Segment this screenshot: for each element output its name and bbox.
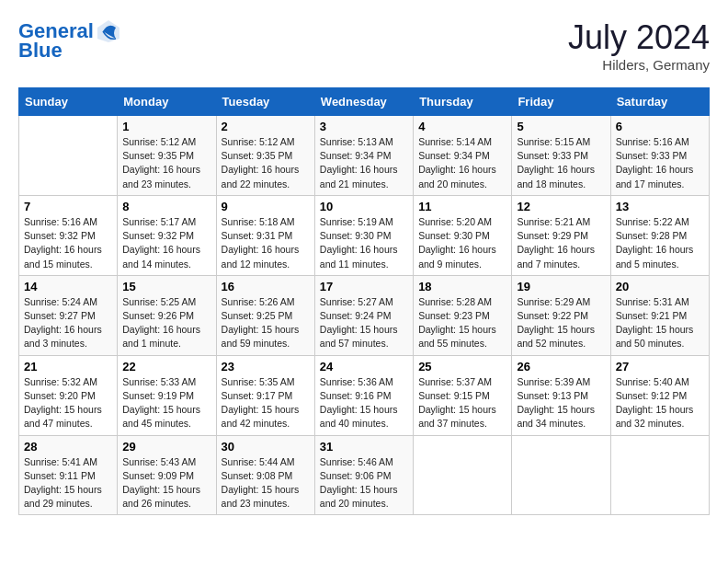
weekday-header-monday: Monday: [118, 88, 216, 116]
day-info: Sunrise: 5:44 AM Sunset: 9:08 PM Dayligh…: [222, 455, 310, 511]
day-info: Sunrise: 5:22 AM Sunset: 9:28 PM Dayligh…: [616, 215, 704, 271]
day-number: 11: [418, 200, 506, 213]
day-number: 5: [517, 120, 605, 133]
month-title: July 2024: [568, 18, 710, 57]
day-number: 17: [320, 280, 408, 293]
calendar-cell: 7Sunrise: 5:16 AM Sunset: 9:32 PM Daylig…: [19, 195, 118, 275]
day-number: 29: [122, 440, 210, 454]
day-info: Sunrise: 5:19 AM Sunset: 9:30 PM Dayligh…: [320, 215, 408, 271]
day-number: 9: [222, 200, 310, 213]
day-info: Sunrise: 5:29 AM Sunset: 9:22 PM Dayligh…: [517, 295, 605, 351]
calendar-cell: [610, 435, 709, 515]
day-info: Sunrise: 5:36 AM Sunset: 9:16 PM Dayligh…: [320, 375, 408, 431]
day-info: Sunrise: 5:28 AM Sunset: 9:23 PM Dayligh…: [418, 295, 506, 351]
week-row-2: 7Sunrise: 5:16 AM Sunset: 9:32 PM Daylig…: [19, 195, 710, 275]
day-number: 24: [320, 360, 408, 373]
day-number: 25: [418, 360, 506, 373]
weekday-header-thursday: Thursday: [414, 88, 512, 116]
day-number: 8: [122, 200, 210, 213]
calendar-table: SundayMondayTuesdayWednesdayThursdayFrid…: [18, 87, 710, 515]
day-number: 14: [24, 280, 112, 293]
day-number: 1: [122, 120, 210, 133]
day-info: Sunrise: 5:12 AM Sunset: 9:35 PM Dayligh…: [122, 135, 210, 191]
calendar-cell: 23Sunrise: 5:35 AM Sunset: 9:17 PM Dayli…: [216, 355, 314, 435]
calendar-cell: 24Sunrise: 5:36 AM Sunset: 9:16 PM Dayli…: [314, 355, 413, 435]
week-row-1: 1Sunrise: 5:12 AM Sunset: 9:35 PM Daylig…: [19, 116, 710, 196]
day-info: Sunrise: 5:15 AM Sunset: 9:33 PM Dayligh…: [517, 135, 605, 191]
day-info: Sunrise: 5:26 AM Sunset: 9:25 PM Dayligh…: [222, 295, 310, 351]
week-row-5: 28Sunrise: 5:41 AM Sunset: 9:11 PM Dayli…: [19, 435, 710, 515]
calendar-cell: 26Sunrise: 5:39 AM Sunset: 9:13 PM Dayli…: [512, 355, 610, 435]
logo-icon: [96, 18, 121, 44]
calendar-cell: 29Sunrise: 5:43 AM Sunset: 9:09 PM Dayli…: [118, 435, 216, 515]
calendar-cell: 11Sunrise: 5:20 AM Sunset: 9:30 PM Dayli…: [414, 195, 512, 275]
day-info: Sunrise: 5:33 AM Sunset: 9:19 PM Dayligh…: [122, 375, 210, 431]
day-info: Sunrise: 5:31 AM Sunset: 9:21 PM Dayligh…: [616, 295, 704, 351]
calendar-cell: [414, 435, 512, 515]
day-number: 7: [24, 200, 112, 213]
day-number: 23: [222, 360, 310, 373]
calendar-cell: 16Sunrise: 5:26 AM Sunset: 9:25 PM Dayli…: [216, 275, 314, 355]
calendar-cell: 28Sunrise: 5:41 AM Sunset: 9:11 PM Dayli…: [19, 435, 118, 515]
weekday-header-saturday: Saturday: [610, 88, 709, 116]
weekday-header-tuesday: Tuesday: [216, 88, 314, 116]
calendar-cell: 27Sunrise: 5:40 AM Sunset: 9:12 PM Dayli…: [610, 355, 709, 435]
calendar-cell: 9Sunrise: 5:18 AM Sunset: 9:31 PM Daylig…: [216, 195, 314, 275]
day-info: Sunrise: 5:13 AM Sunset: 9:34 PM Dayligh…: [320, 135, 408, 191]
day-info: Sunrise: 5:20 AM Sunset: 9:30 PM Dayligh…: [418, 215, 506, 271]
day-info: Sunrise: 5:17 AM Sunset: 9:32 PM Dayligh…: [122, 215, 210, 271]
page-header: General Blue July 2024 Hilders, Germany: [18, 18, 710, 73]
day-number: 22: [122, 360, 210, 373]
calendar-cell: 20Sunrise: 5:31 AM Sunset: 9:21 PM Dayli…: [610, 275, 709, 355]
day-info: Sunrise: 5:16 AM Sunset: 9:32 PM Dayligh…: [24, 215, 112, 271]
day-info: Sunrise: 5:14 AM Sunset: 9:34 PM Dayligh…: [418, 135, 506, 191]
calendar-cell: 13Sunrise: 5:22 AM Sunset: 9:28 PM Dayli…: [610, 195, 709, 275]
calendar-cell: 2Sunrise: 5:12 AM Sunset: 9:35 PM Daylig…: [216, 116, 314, 196]
weekday-header-sunday: Sunday: [19, 88, 118, 116]
day-number: 18: [418, 280, 506, 293]
day-number: 4: [418, 120, 506, 133]
calendar-cell: 14Sunrise: 5:24 AM Sunset: 9:27 PM Dayli…: [19, 275, 118, 355]
calendar-cell: 17Sunrise: 5:27 AM Sunset: 9:24 PM Dayli…: [314, 275, 413, 355]
calendar-cell: 18Sunrise: 5:28 AM Sunset: 9:23 PM Dayli…: [414, 275, 512, 355]
day-info: Sunrise: 5:24 AM Sunset: 9:27 PM Dayligh…: [24, 295, 112, 351]
logo: General Blue: [18, 18, 121, 61]
day-info: Sunrise: 5:32 AM Sunset: 9:20 PM Dayligh…: [24, 375, 112, 431]
calendar-cell: 5Sunrise: 5:15 AM Sunset: 9:33 PM Daylig…: [512, 116, 610, 196]
day-number: 20: [616, 280, 704, 293]
day-info: Sunrise: 5:39 AM Sunset: 9:13 PM Dayligh…: [517, 375, 605, 431]
weekday-header-row: SundayMondayTuesdayWednesdayThursdayFrid…: [19, 88, 710, 116]
calendar-cell: 3Sunrise: 5:13 AM Sunset: 9:34 PM Daylig…: [314, 116, 413, 196]
day-info: Sunrise: 5:25 AM Sunset: 9:26 PM Dayligh…: [122, 295, 210, 351]
location: Hilders, Germany: [568, 57, 710, 73]
calendar-cell: 30Sunrise: 5:44 AM Sunset: 9:08 PM Dayli…: [216, 435, 314, 515]
calendar-cell: 21Sunrise: 5:32 AM Sunset: 9:20 PM Dayli…: [19, 355, 118, 435]
day-info: Sunrise: 5:21 AM Sunset: 9:29 PM Dayligh…: [517, 215, 605, 271]
day-info: Sunrise: 5:35 AM Sunset: 9:17 PM Dayligh…: [222, 375, 310, 431]
weekday-header-friday: Friday: [512, 88, 610, 116]
day-number: 6: [616, 120, 704, 133]
day-number: 15: [122, 280, 210, 293]
day-info: Sunrise: 5:18 AM Sunset: 9:31 PM Dayligh…: [222, 215, 310, 271]
title-block: July 2024 Hilders, Germany: [568, 18, 710, 73]
calendar-cell: [19, 116, 118, 196]
calendar-cell: 6Sunrise: 5:16 AM Sunset: 9:33 PM Daylig…: [610, 116, 709, 196]
day-number: 28: [24, 440, 112, 454]
day-number: 3: [320, 120, 408, 133]
weekday-header-wednesday: Wednesday: [314, 88, 413, 116]
day-number: 16: [222, 280, 310, 293]
calendar-cell: 15Sunrise: 5:25 AM Sunset: 9:26 PM Dayli…: [118, 275, 216, 355]
day-info: Sunrise: 5:46 AM Sunset: 9:06 PM Dayligh…: [320, 455, 408, 511]
calendar-cell: 25Sunrise: 5:37 AM Sunset: 9:15 PM Dayli…: [414, 355, 512, 435]
calendar-cell: 1Sunrise: 5:12 AM Sunset: 9:35 PM Daylig…: [118, 116, 216, 196]
day-info: Sunrise: 5:41 AM Sunset: 9:11 PM Dayligh…: [24, 455, 112, 511]
day-info: Sunrise: 5:40 AM Sunset: 9:12 PM Dayligh…: [616, 375, 704, 431]
day-number: 31: [320, 440, 408, 454]
week-row-3: 14Sunrise: 5:24 AM Sunset: 9:27 PM Dayli…: [19, 275, 710, 355]
day-number: 10: [320, 200, 408, 213]
day-number: 12: [517, 200, 605, 213]
day-number: 30: [222, 440, 310, 454]
day-number: 21: [24, 360, 112, 373]
day-info: Sunrise: 5:43 AM Sunset: 9:09 PM Dayligh…: [122, 455, 210, 511]
day-number: 13: [616, 200, 704, 213]
